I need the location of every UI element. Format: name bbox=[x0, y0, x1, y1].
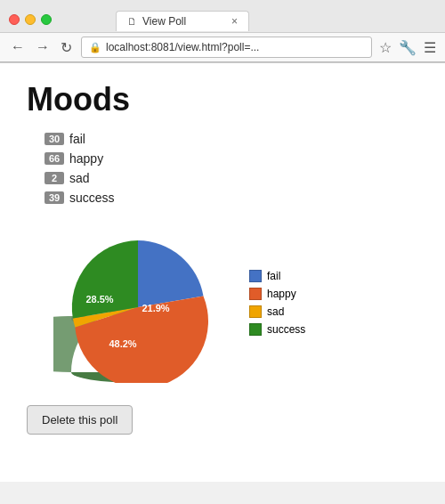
legend-color-happy bbox=[249, 288, 262, 300]
delete-poll-button[interactable]: Delete this poll bbox=[27, 405, 133, 435]
percent-happy: 48.2% bbox=[109, 338, 136, 349]
menu-button[interactable]: ☰ bbox=[424, 39, 436, 56]
legend-label-sad: sad bbox=[267, 305, 284, 318]
list-item: 66 happy bbox=[44, 151, 418, 166]
url-box[interactable]: 🔒 localhost:8081/view.html?poll=... bbox=[81, 37, 372, 58]
tab-page-icon: 🗋 bbox=[127, 16, 137, 27]
window-controls bbox=[9, 14, 52, 25]
legend-color-sad bbox=[249, 305, 262, 318]
label-happy: happy bbox=[69, 151, 103, 166]
maximize-window-button[interactable] bbox=[41, 14, 52, 25]
pie-chart: 21.9% 48.2% 28.5% bbox=[53, 223, 231, 383]
bookmark-button[interactable]: ☆ bbox=[379, 39, 392, 56]
tab-bar: 🗋 View Poll × bbox=[62, 8, 303, 31]
legend-label-fail: fail bbox=[267, 270, 280, 282]
back-button[interactable]: ← bbox=[9, 39, 27, 55]
label-success: success bbox=[69, 191, 115, 205]
title-bar: 🗋 View Poll × bbox=[0, 0, 445, 32]
reload-button[interactable]: ↻ bbox=[59, 39, 74, 56]
label-sad: sad bbox=[69, 171, 90, 185]
legend-color-fail bbox=[249, 270, 262, 282]
label-fail: fail bbox=[69, 132, 85, 146]
count-badge-fail: 30 bbox=[44, 133, 64, 145]
browser-tab[interactable]: 🗋 View Poll × bbox=[116, 11, 249, 31]
lock-icon: 🔒 bbox=[89, 42, 101, 53]
results-list: 30 fail 66 happy 2 sad 39 success bbox=[27, 132, 418, 205]
tab-title: View Poll bbox=[142, 15, 186, 28]
page-content: Moods 30 fail 66 happy 2 sad 39 success bbox=[0, 63, 445, 482]
count-badge-happy: 66 bbox=[44, 152, 64, 165]
list-item: 30 fail bbox=[44, 132, 418, 146]
list-item: 39 success bbox=[44, 191, 418, 205]
minimize-window-button[interactable] bbox=[25, 14, 36, 25]
legend-item-success: success bbox=[249, 323, 305, 336]
count-badge-sad: 2 bbox=[44, 172, 64, 184]
legend-label-success: success bbox=[267, 323, 305, 336]
close-window-button[interactable] bbox=[9, 14, 20, 25]
count-badge-success: 39 bbox=[44, 191, 64, 204]
percent-success: 28.5% bbox=[85, 294, 113, 305]
poll-title: Moods bbox=[27, 81, 418, 118]
legend-item-fail: fail bbox=[249, 270, 305, 282]
tab-close-button[interactable]: × bbox=[231, 15, 238, 28]
browser-chrome: 🗋 View Poll × ← → ↻ 🔒 localhost:8081/vie… bbox=[0, 0, 445, 63]
legend-item-happy: happy bbox=[249, 288, 305, 300]
tools-button[interactable]: 🔧 bbox=[399, 39, 417, 56]
legend-color-success bbox=[249, 323, 262, 336]
chart-legend: fail happy sad success bbox=[249, 270, 305, 336]
percent-fail: 21.9% bbox=[142, 303, 169, 313]
legend-item-sad: sad bbox=[249, 305, 305, 318]
list-item: 2 sad bbox=[44, 171, 418, 185]
legend-label-happy: happy bbox=[267, 288, 296, 300]
forward-button[interactable]: → bbox=[34, 39, 52, 55]
address-bar: ← → ↻ 🔒 localhost:8081/view.html?poll=..… bbox=[0, 32, 445, 62]
url-text: localhost:8081/view.html?poll=... bbox=[106, 41, 259, 53]
chart-area: 21.9% 48.2% 28.5% fail happy sad success bbox=[53, 223, 418, 383]
